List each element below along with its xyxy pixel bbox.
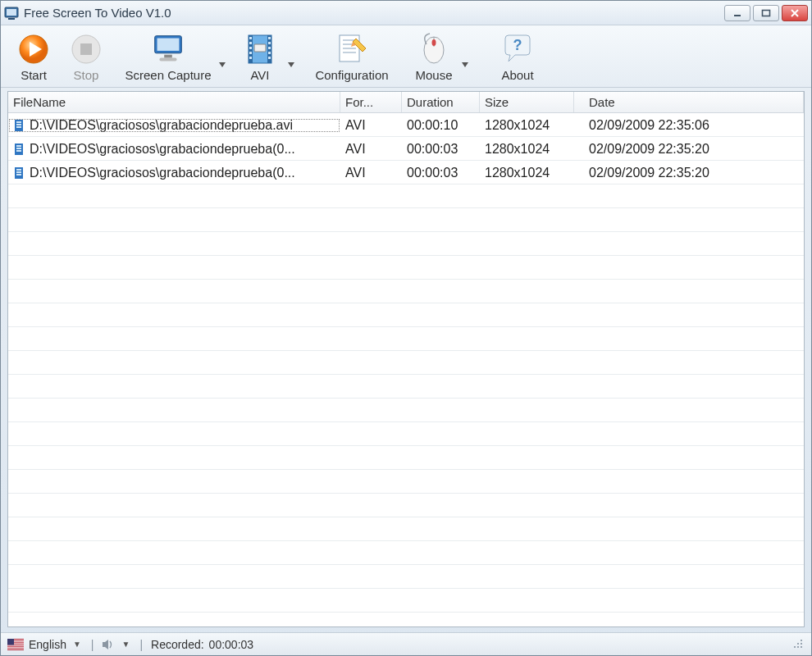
- svg-rect-45: [16, 174, 21, 175]
- window-title: Free Screen To Video V1.0: [24, 6, 724, 20]
- svg-rect-21: [268, 42, 271, 44]
- recorded-label: Recorded:: [151, 638, 204, 651]
- svg-rect-2: [8, 18, 15, 20]
- svg-rect-7: [80, 43, 92, 55]
- col-header-date[interactable]: Date: [574, 92, 804, 112]
- col-header-size[interactable]: Size: [480, 92, 574, 112]
- film-icon: [240, 32, 280, 66]
- cell-size: 1280x1024: [480, 118, 574, 133]
- list-header-row: FileName For... Duration Size Date: [8, 92, 804, 113]
- svg-rect-3: [734, 15, 741, 16]
- monitor-icon: [148, 32, 188, 66]
- svg-rect-43: [16, 169, 21, 171]
- minimize-button[interactable]: [724, 5, 750, 21]
- toolbar: Start Stop: [1, 25, 811, 88]
- resize-gripper[interactable]: [793, 639, 805, 650]
- col-header-duration[interactable]: Duration: [402, 92, 480, 112]
- col-header-format[interactable]: For...: [340, 92, 402, 112]
- play-icon: [14, 32, 53, 66]
- svg-rect-24: [268, 57, 271, 59]
- recorded-time: 00:00:03: [209, 638, 254, 651]
- svg-rect-53: [7, 639, 14, 645]
- svg-rect-22: [268, 47, 271, 49]
- status-separator: |: [136, 638, 146, 651]
- cell-date: 02/09/2009 22:35:20: [574, 166, 804, 180]
- svg-rect-19: [249, 57, 252, 59]
- speaker-dropdown-arrow[interactable]: ▼: [120, 640, 131, 649]
- flag-icon: [7, 639, 24, 650]
- svg-rect-11: [159, 58, 176, 61]
- video-file-icon: [13, 143, 26, 156]
- table-row[interactable]: D:\VIDEOS\graciosos\grabaciondeprueba(0.…: [8, 137, 804, 161]
- svg-text:?: ?: [513, 37, 522, 53]
- svg-rect-39: [16, 145, 21, 147]
- svg-rect-50: [7, 645, 24, 645]
- window-controls: [724, 5, 808, 21]
- cell-filename: D:\VIDEOS\graciosos\grabaciondeprueba(0.…: [30, 166, 295, 180]
- svg-rect-1: [7, 9, 16, 16]
- svg-rect-52: [7, 648, 24, 649]
- cell-format: AVI: [340, 166, 402, 180]
- svg-rect-9: [157, 39, 180, 51]
- svg-rect-4: [763, 10, 770, 16]
- svg-rect-16: [249, 42, 252, 44]
- svg-rect-23: [268, 52, 271, 54]
- statusbar: English ▼ | ▼ | Recorded: 00:00:03: [1, 632, 811, 655]
- titlebar: Free Screen To Video V1.0: [1, 1, 811, 25]
- mouse-button[interactable]: Mouse: [408, 30, 460, 84]
- svg-rect-37: [16, 126, 21, 128]
- cell-date: 02/09/2009 22:35:20: [574, 142, 804, 157]
- configuration-button[interactable]: Configuration: [303, 30, 401, 84]
- svg-rect-17: [249, 47, 252, 49]
- cell-date: 02/09/2009 22:35:06: [574, 118, 804, 133]
- svg-rect-41: [16, 150, 21, 152]
- cell-duration: 00:00:03: [402, 166, 480, 180]
- video-file-icon: [13, 119, 26, 132]
- status-separator: |: [88, 638, 98, 651]
- cell-duration: 00:00:10: [402, 118, 480, 133]
- svg-point-32: [432, 39, 436, 46]
- svg-rect-40: [16, 148, 21, 149]
- start-button[interactable]: Start: [7, 30, 60, 84]
- mouse-dropdown[interactable]: [460, 46, 470, 84]
- stop-button[interactable]: Stop: [60, 30, 112, 84]
- video-file-icon: [13, 166, 26, 180]
- document-pencil-icon: [332, 32, 372, 66]
- svg-rect-51: [7, 646, 24, 647]
- svg-rect-15: [249, 37, 252, 39]
- maximize-button[interactable]: [753, 5, 779, 21]
- svg-rect-35: [16, 121, 21, 123]
- screen-capture-dropdown[interactable]: [217, 46, 227, 84]
- cell-size: 1280x1024: [480, 142, 574, 157]
- svg-rect-18: [249, 52, 252, 54]
- window-root: Free Screen To Video V1.0: [0, 0, 812, 656]
- language-selector[interactable]: English: [29, 638, 66, 651]
- svg-rect-44: [16, 171, 21, 173]
- avi-dropdown[interactable]: [286, 46, 296, 84]
- table-row[interactable]: D:\VIDEOS\graciosos\grabaciondeprueba.av…: [8, 113, 804, 137]
- mouse-icon: [414, 32, 454, 66]
- svg-rect-10: [164, 55, 172, 58]
- about-button[interactable]: ? About: [491, 30, 544, 84]
- col-header-filename[interactable]: FileName: [8, 92, 340, 112]
- avi-button[interactable]: AVI: [234, 30, 286, 84]
- speaker-icon[interactable]: [102, 639, 115, 650]
- cell-format: AVI: [340, 142, 402, 157]
- table-row[interactable]: D:\VIDEOS\graciosos\grabaciondeprueba(0.…: [8, 161, 804, 184]
- close-button[interactable]: [782, 5, 808, 21]
- cell-size: 1280x1024: [480, 166, 574, 180]
- question-icon: ?: [498, 32, 537, 66]
- cell-filename: D:\VIDEOS\graciosos\grabaciondeprueba(0.…: [30, 142, 295, 157]
- file-list: FileName For... Duration Size Date D:\VI…: [7, 91, 805, 627]
- app-icon: [4, 6, 19, 20]
- cell-filename: D:\VIDEOS\graciosos\grabaciondeprueba.av…: [30, 118, 293, 133]
- list-body[interactable]: D:\VIDEOS\graciosos\grabaciondeprueba.av…: [8, 113, 804, 626]
- language-dropdown-arrow[interactable]: ▼: [71, 640, 83, 649]
- svg-rect-25: [254, 44, 266, 52]
- cell-duration: 00:00:03: [402, 142, 480, 157]
- screen-capture-button[interactable]: Screen Capture: [119, 30, 217, 84]
- svg-rect-20: [268, 37, 271, 39]
- cell-format: AVI: [340, 118, 402, 133]
- stop-icon: [66, 32, 106, 66]
- svg-rect-36: [16, 124, 21, 125]
